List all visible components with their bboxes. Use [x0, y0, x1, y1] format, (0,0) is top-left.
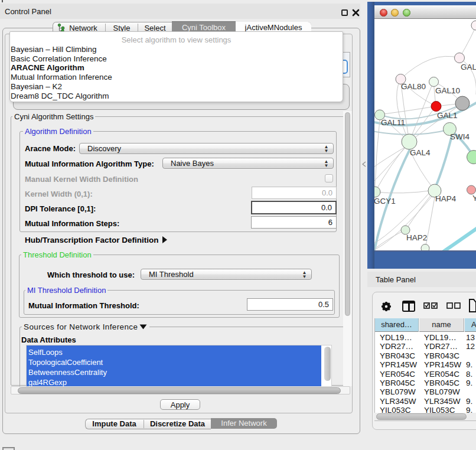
svg-text:GAL4: GAL4 [410, 148, 431, 157]
svg-text:SWI4: SWI4 [450, 132, 470, 141]
svg-text:GCY1: GCY1 [374, 197, 396, 206]
svg-text:GAL2: GAL2 [461, 63, 476, 71]
svg-text:GAL1: GAL1 [437, 111, 458, 120]
svg-text:GAL11: GAL11 [381, 118, 405, 127]
svg-text:HAP2: HAP2 [406, 233, 427, 242]
svg-text:HAP4: HAP4 [435, 194, 457, 203]
svg-text:GAL10: GAL10 [435, 86, 460, 95]
svg-text:GAL80: GAL80 [401, 82, 426, 91]
svg-text:Y: Y [472, 194, 476, 203]
